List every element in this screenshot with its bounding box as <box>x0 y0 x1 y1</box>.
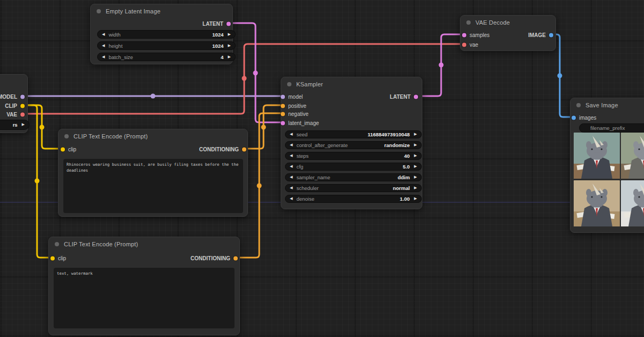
latent-output-port[interactable]: LATENT <box>202 21 231 27</box>
samples-input-port[interactable]: samples <box>462 32 489 38</box>
conditioning-port-dot[interactable] <box>233 256 238 260</box>
clip-text-encode-negative-node[interactable]: CLIP Text Encode (Prompt) clip CONDITION… <box>48 237 240 335</box>
image-output-port[interactable]: IMAGE <box>528 32 553 38</box>
decrement-arrow-icon[interactable]: ◀ <box>290 143 292 147</box>
link-midpoint-dot[interactable] <box>439 63 444 68</box>
images-port-dot[interactable] <box>572 115 576 120</box>
conditioning-output-port[interactable]: CONDITIONING <box>191 255 238 261</box>
collapse-dot[interactable] <box>97 9 101 13</box>
height-widget[interactable]: ◀ height 1024 ▶ <box>97 41 236 50</box>
filename-prefix-widget[interactable]: filename_prefix Comfy <box>579 123 644 133</box>
conditioning-port-dot[interactable] <box>242 147 246 151</box>
increment-arrow-icon[interactable]: ▶ <box>414 175 417 179</box>
clip-port-dot[interactable] <box>61 147 65 151</box>
cfg-widget[interactable]: ◀ cfg 5.0 ▶ <box>285 163 422 171</box>
increment-arrow-icon[interactable]: ▶ <box>414 143 417 147</box>
seed-widget[interactable]: ◀ seed 116884973910048 ▶ <box>285 130 422 138</box>
collapse-dot[interactable] <box>466 20 471 25</box>
decrement-arrow-icon[interactable]: ◀ <box>102 44 105 48</box>
positive-prompt-textarea[interactable]: Rhinoceros wearing business suit, are bu… <box>63 159 243 213</box>
latent-output-port[interactable]: LATENT <box>390 94 418 100</box>
increment-arrow-icon[interactable]: ▶ <box>414 197 417 201</box>
generated-rhino-image <box>621 180 644 226</box>
increment-arrow-icon[interactable]: ▶ <box>228 44 231 48</box>
link-midpoint-dot[interactable] <box>40 125 45 130</box>
link-midpoint-dot[interactable] <box>558 74 562 78</box>
decrement-arrow-icon[interactable]: ◀ <box>102 33 105 36</box>
negative-port-dot[interactable] <box>281 112 285 116</box>
negative-prompt-textarea[interactable]: text, watermark <box>54 268 235 328</box>
ckpt-name-widget[interactable]: rs ▶ <box>0 120 30 130</box>
latent-port-dot[interactable] <box>226 21 231 26</box>
generated-rhino-image <box>574 133 620 179</box>
collapse-dot[interactable] <box>55 242 59 246</box>
widget-value: 4 <box>221 54 223 60</box>
positive-port-dot[interactable] <box>281 104 285 108</box>
clip-input-port[interactable]: clip <box>61 146 76 152</box>
denoise-widget[interactable]: ◀ denoise 1.00 ▶ <box>285 195 422 203</box>
checkpoint-loader-node[interactable]: MODEL CLIP VAE rs ▶ <box>0 74 28 133</box>
increment-arrow-icon[interactable]: ▶ <box>414 133 417 136</box>
latent-image-input-port[interactable]: latent_image <box>281 120 319 126</box>
model-input-port[interactable]: model <box>281 94 303 100</box>
increment-arrow-icon[interactable]: ▶ <box>414 154 417 158</box>
sampler-name-widget[interactable]: ◀ sampler_name ddim ▶ <box>285 173 422 181</box>
next-value-arrow-icon[interactable]: ▶ <box>22 123 25 127</box>
link-midpoint-dot[interactable] <box>35 179 40 184</box>
decrement-arrow-icon[interactable]: ◀ <box>290 197 292 201</box>
images-input-port[interactable]: images <box>572 115 596 121</box>
model-output-port[interactable]: MODEL <box>0 94 25 100</box>
save-image-node[interactable]: Save Image images filename_prefix Comfy <box>570 98 644 233</box>
decrement-arrow-icon[interactable]: ◀ <box>290 133 292 136</box>
clip-port-dot[interactable] <box>50 256 55 260</box>
vae-port-dot[interactable] <box>462 42 466 47</box>
clip-output-port[interactable]: CLIP <box>5 103 25 109</box>
increment-arrow-icon[interactable]: ▶ <box>414 186 417 190</box>
link-midpoint-dot[interactable] <box>261 125 266 130</box>
samples-port-dot[interactable] <box>462 33 466 37</box>
link-midpoint-dot[interactable] <box>242 76 247 81</box>
vae-decode-node[interactable]: VAE Decode samples vae IMAGE <box>460 15 556 51</box>
decrement-arrow-icon[interactable]: ◀ <box>290 165 292 169</box>
latent-port-dot[interactable] <box>414 94 418 99</box>
clip-text-encode-positive-node[interactable]: CLIP Text Encode (Prompt) clip CONDITION… <box>58 129 248 217</box>
latent-image-port-dot[interactable] <box>281 121 285 125</box>
collapse-dot[interactable] <box>287 82 291 86</box>
widget-name: height <box>108 43 212 49</box>
link-midpoint-dot[interactable] <box>253 71 258 76</box>
vae-port-dot[interactable] <box>20 112 25 116</box>
positive-input-port[interactable]: positive <box>281 103 306 109</box>
link-midpoint-dot[interactable] <box>257 184 262 188</box>
control-after-generate-widget[interactable]: ◀ control_after_generate randomize ▶ <box>285 141 422 149</box>
model-port-dot[interactable] <box>20 94 25 99</box>
node-title: Empty Latent Image <box>106 8 160 14</box>
collapse-dot[interactable] <box>576 103 581 107</box>
comfyui-canvas[interactable]: { "colors": { "model": "#B39DDB", "clip"… <box>0 0 644 337</box>
decrement-arrow-icon[interactable]: ◀ <box>290 175 292 179</box>
negative-input-port[interactable]: negative <box>281 111 309 117</box>
increment-arrow-icon[interactable]: ▶ <box>414 165 417 169</box>
generated-rhino-image <box>621 133 644 179</box>
batch-size-widget[interactable]: ◀ batch_size 4 ▶ <box>97 53 236 61</box>
image-port-dot[interactable] <box>549 33 553 37</box>
steps-widget[interactable]: ◀ steps 40 ▶ <box>285 152 422 160</box>
decrement-arrow-icon[interactable]: ◀ <box>290 186 292 190</box>
increment-arrow-icon[interactable]: ▶ <box>228 55 231 59</box>
collapse-dot[interactable] <box>64 134 69 138</box>
clip-input-port[interactable]: clip <box>50 255 66 261</box>
ksampler-node[interactable]: KSampler model positive negative latent_… <box>281 77 422 209</box>
node-title-bar: Empty Latent Image <box>91 4 232 18</box>
link-midpoint-dot[interactable] <box>151 94 156 99</box>
vae-output-port[interactable]: VAE <box>6 112 25 118</box>
width-widget[interactable]: ◀ width 1024 ▶ <box>97 30 236 39</box>
conditioning-output-port[interactable]: CONDITIONING <box>199 146 246 152</box>
decrement-arrow-icon[interactable]: ◀ <box>102 55 105 59</box>
empty-latent-image-node[interactable]: Empty Latent Image LATENT ◀ width 1024 ▶… <box>90 4 233 64</box>
scheduler-widget[interactable]: ◀ scheduler normal ▶ <box>285 184 422 192</box>
node-title-bar: Save Image <box>570 98 644 112</box>
increment-arrow-icon[interactable]: ▶ <box>228 33 231 36</box>
vae-input-port[interactable]: vae <box>462 42 478 48</box>
model-port-dot[interactable] <box>281 94 285 99</box>
clip-port-dot[interactable] <box>20 104 25 108</box>
decrement-arrow-icon[interactable]: ◀ <box>290 154 292 158</box>
